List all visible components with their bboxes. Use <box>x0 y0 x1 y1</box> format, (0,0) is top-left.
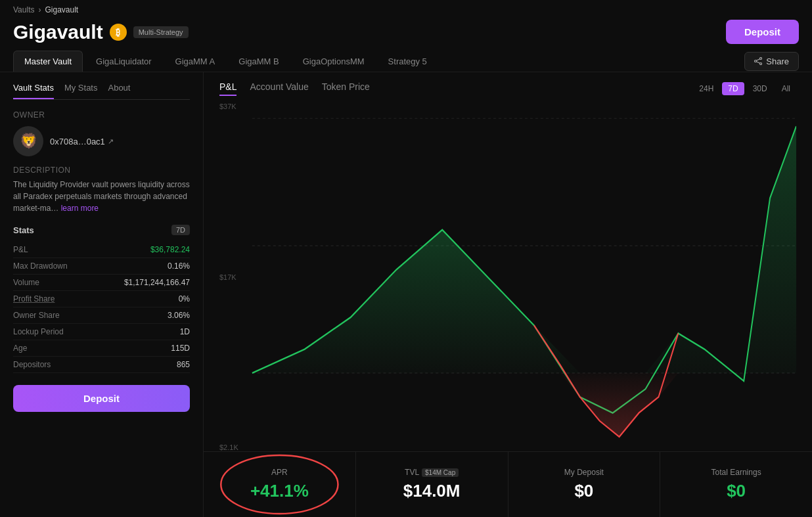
stat-row-pnl: P&L $36,782.24 <box>13 242 190 258</box>
tab-gigaoptionsmm[interactable]: GigaOptionsMM <box>292 51 375 72</box>
main-layout: Vault Stats My Stats About Owner 🦁 0x708… <box>0 72 812 517</box>
tvl-label: TVL $14M Cap <box>405 468 459 477</box>
tab-gigamm-a[interactable]: GigaMM A <box>165 51 226 72</box>
owner-row: 🦁 0x708a…0ac1 ↗ <box>13 126 190 156</box>
stat-key-owner-share: Owner Share <box>13 311 60 320</box>
stat-val-volume: $1,171,244,166.47 <box>124 278 190 287</box>
tvl-cap: $14M Cap <box>422 468 459 477</box>
svg-point-1 <box>755 60 757 62</box>
stat-row-volume: Volume $1,171,244,166.47 <box>13 275 190 291</box>
stat-val-depositors: 865 <box>177 360 190 369</box>
time-filters: 24H 7D 30D All <box>693 82 796 95</box>
main-tabs: Master Vault GigaLiquidator GigaMM A Gig… <box>13 51 438 72</box>
deposit-button-sidebar[interactable]: Deposit <box>13 385 190 412</box>
total-earnings-label: Total Earnings <box>711 468 761 477</box>
total-earnings-value: $0 <box>727 481 746 501</box>
bottom-stats: APR +41.1% TVL $14M Cap $14.0M My Deposi… <box>204 451 812 517</box>
breadcrumb-parent[interactable]: Vaults <box>13 5 34 14</box>
sidebar-tabs: Vault Stats My Stats About <box>13 83 190 100</box>
chart-tab-pnl[interactable]: P&L <box>219 81 237 96</box>
avatar: 🦁 <box>13 126 43 156</box>
breadcrumb-current: Gigavault <box>45 5 78 14</box>
svg-line-3 <box>757 59 760 60</box>
tvl-value: $14.0M <box>403 481 461 501</box>
stat-key-depositors: Depositors <box>13 360 51 369</box>
tab-strategy5[interactable]: Strategy 5 <box>378 51 438 72</box>
stat-row-profit-share: Profit Share 0% <box>13 291 190 307</box>
chart-svg <box>219 102 796 445</box>
share-label: Share <box>766 56 789 66</box>
bottom-stat-tvl: TVL $14M Cap $14.0M <box>356 452 508 517</box>
page-header: Gigavault ₿ Multi-Strategy Deposit <box>0 17 812 51</box>
time-filter-all[interactable]: All <box>776 82 796 95</box>
share-button[interactable]: Share <box>744 52 799 71</box>
description-text: The Liquidity Provider vault powers liqu… <box>13 179 190 214</box>
learn-more-link[interactable]: learn more <box>61 204 99 213</box>
chart-tab-account-value[interactable]: Account Value <box>250 81 308 96</box>
stat-key-pnl: P&L <box>13 245 28 254</box>
description-label: Description <box>13 166 190 175</box>
my-deposit-label: My Deposit <box>564 468 604 477</box>
chart-tabs: P&L Account Value Token Price <box>219 81 370 96</box>
time-filter-24h[interactable]: 24H <box>693 82 719 95</box>
stat-key-age: Age <box>13 344 27 353</box>
chart-area-green <box>252 230 580 373</box>
breadcrumb-chevron: › <box>38 5 41 14</box>
strategy-badge: Multi-Strategy <box>133 26 189 38</box>
time-filter-30d[interactable]: 30D <box>747 82 773 95</box>
chart-area: P&L Account Value Token Price 24H 7D 30D… <box>204 72 812 517</box>
my-deposit-value: $0 <box>574 481 593 501</box>
stats-period-badge: 7D <box>171 225 190 235</box>
stat-val-maxdrawdown: 0.16% <box>168 261 190 271</box>
sidebar-tab-my-stats[interactable]: My Stats <box>64 83 98 99</box>
apr-label: APR <box>271 468 288 477</box>
stat-row-depositors: Depositors 865 <box>13 357 190 373</box>
stats-list: P&L $36,782.24 Max Drawdown 0.16% Volume… <box>13 242 190 373</box>
stat-row-owner-share: Owner Share 3.06% <box>13 307 190 324</box>
chart-top-bar: P&L Account Value Token Price 24H 7D 30D… <box>204 72 812 102</box>
stat-row-maxdrawdown: Max Drawdown 0.16% <box>13 258 190 275</box>
bottom-stat-apr: APR +41.1% <box>204 452 356 517</box>
stat-key-maxdrawdown: Max Drawdown <box>13 261 68 271</box>
coin-icon: ₿ <box>110 24 127 41</box>
apr-value: +41.1% <box>250 481 309 501</box>
stat-val-lockup: 1D <box>180 327 190 336</box>
tab-master-vault[interactable]: Master Vault <box>13 51 83 72</box>
tab-gigaliquidator[interactable]: GigaLiquidator <box>85 51 162 72</box>
sidebar: Vault Stats My Stats About Owner 🦁 0x708… <box>0 72 204 517</box>
sidebar-tab-vault-stats[interactable]: Vault Stats <box>13 83 54 99</box>
chart-tab-token-price[interactable]: Token Price <box>322 81 370 96</box>
tab-gigamm-b[interactable]: GigaMM B <box>228 51 289 72</box>
chart-container: $37K $17K $2.1K <box>204 102 812 451</box>
owner-label: Owner <box>13 110 190 120</box>
stat-val-profit-share: 0% <box>179 294 190 303</box>
page-header-left: Gigavault ₿ Multi-Strategy <box>13 21 189 43</box>
bottom-stat-my-deposit: My Deposit $0 <box>508 452 661 517</box>
stat-key-lockup: Lockup Period <box>13 327 64 336</box>
stat-val-owner-share: 3.06% <box>168 311 190 320</box>
svg-point-2 <box>760 63 762 65</box>
stat-val-age: 115D <box>171 344 190 353</box>
stats-header: Stats 7D <box>13 225 190 235</box>
breadcrumb: Vaults › Gigavault <box>0 0 812 17</box>
sidebar-tab-about[interactable]: About <box>108 83 130 99</box>
share-icon <box>754 57 762 65</box>
tab-row: Master Vault GigaLiquidator GigaMM A Gig… <box>0 51 812 72</box>
page-title: Gigavault <box>13 21 103 43</box>
svg-point-0 <box>760 58 762 60</box>
time-filter-7d[interactable]: 7D <box>722 82 744 95</box>
bottom-stat-total-earnings: Total Earnings $0 <box>660 452 812 517</box>
stat-key-volume: Volume <box>13 278 39 287</box>
external-link-icon[interactable]: ↗ <box>108 137 114 146</box>
stat-row-lockup: Lockup Period 1D <box>13 324 190 340</box>
stat-key-profit-share[interactable]: Profit Share <box>13 294 55 303</box>
stat-row-age: Age 115D <box>13 340 190 357</box>
deposit-button-header[interactable]: Deposit <box>726 20 799 44</box>
svg-line-4 <box>757 62 760 63</box>
chart-area-red <box>534 373 679 437</box>
stats-title: Stats <box>13 225 34 235</box>
chart-area-green2 <box>646 126 796 381</box>
owner-address: 0x708a…0ac1 ↗ <box>50 137 114 146</box>
stat-val-pnl: $36,782.24 <box>150 245 190 254</box>
